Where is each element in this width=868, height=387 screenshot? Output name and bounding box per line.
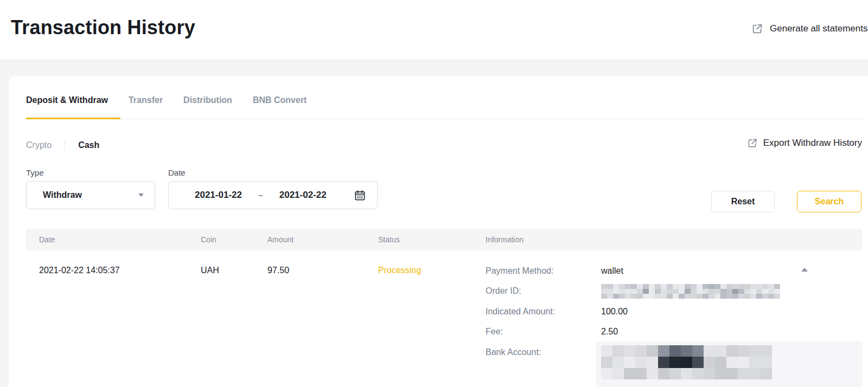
detail-value: wallet [601,266,623,276]
subtab-cash[interactable]: Cash [78,140,99,150]
page-header: Transaction History Generate all stateme… [0,0,868,60]
detail-value: 100.00 [601,307,628,317]
tab-bnb-convert[interactable]: BNB Convert [253,95,307,105]
calendar-icon[interactable] [354,189,366,202]
tab-distribution[interactable]: Distribution [183,95,232,105]
date-range-picker[interactable]: 2021-01-22 ~ 2021-02-22 [168,181,378,209]
export-withdraw-history-label: Export Withdraw History [763,138,862,149]
column-header-coin: Coin [201,229,216,250]
detail-label: Order ID: [486,286,601,296]
chevron-down-icon [138,194,144,197]
type-filter-label: Type [26,168,44,177]
column-header-amount: Amount [267,229,293,250]
export-icon [747,138,758,149]
date-separator: ~ [258,191,263,200]
detail-label: Payment Method: [486,266,601,276]
column-header-status: Status [378,229,400,250]
content-card: Deposit & Withdraw Transfer Distribution… [9,76,868,387]
tab-bar: Deposit & Withdraw Transfer Distribution… [26,95,307,105]
tab-deposit-withdraw[interactable]: Deposit & Withdraw [26,95,108,105]
subtab-bar: Crypto Cash [26,139,99,151]
detail-indicated-amount: Indicated Amount: 100.00 [486,301,789,322]
detail-fee: Fee: 2.50 [486,322,789,343]
export-icon [751,23,763,35]
detail-label: Bank Account: [486,347,601,357]
table-header: Date Coin Amount Status Information [26,229,862,250]
date-filter-label: Date [168,168,186,177]
detail-value: 2.50 [601,327,618,337]
subtab-divider [65,140,65,150]
detail-label: Indicated Amount: [486,307,601,317]
detail-label: Fee: [486,327,601,337]
row-date: 2021-02-22 14:05:37 [39,266,120,275]
transaction-history-page: Transaction History Generate all stateme… [0,0,868,387]
bank-account-redacted [601,345,772,379]
detail-order-id: Order ID: [486,281,789,302]
order-id-redacted [601,284,780,299]
date-start-value: 2021-01-22 [195,190,242,201]
type-select-value: Withdraw [43,190,82,200]
tab-divider-line [26,119,862,119]
reset-button[interactable]: Reset [711,191,775,212]
row-coin: UAH [201,266,219,275]
detail-bank-account: Bank Account: [486,342,789,363]
row-details: Payment Method: wallet Order ID: Indicat… [486,261,789,363]
type-select[interactable]: Withdraw [26,181,155,209]
row-status-badge: Processing [378,266,421,275]
subtab-crypto[interactable]: Crypto [26,140,52,150]
detail-payment-method: Payment Method: wallet [486,261,789,281]
generate-statement-label: Generate all statements [770,23,867,34]
date-end-value: 2021-02-22 [279,190,327,201]
search-button[interactable]: Search [797,191,861,212]
column-header-date: Date [39,229,55,250]
row-amount: 97.50 [267,266,289,275]
tab-transfer[interactable]: Transfer [129,95,163,105]
collapse-arrow-icon[interactable] [801,268,808,272]
page-title: Transaction History [11,16,195,39]
column-header-information: Information [486,229,524,250]
generate-statement-link[interactable]: Generate all statements [751,23,867,35]
export-withdraw-history-link[interactable]: Export Withdraw History [747,138,862,149]
active-tab-underline [26,118,120,119]
